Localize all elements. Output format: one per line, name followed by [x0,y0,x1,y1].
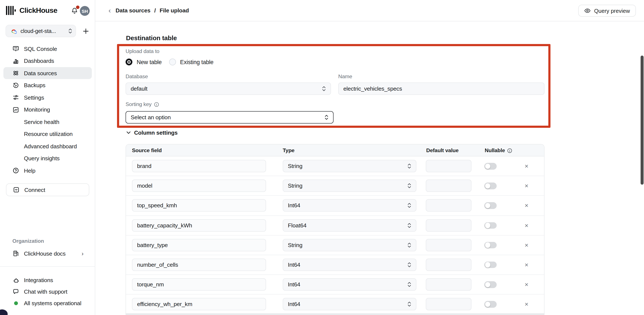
sidebar-item-backups[interactable]: Backups [4,79,92,91]
vertical-scrollbar[interactable] [640,56,643,185]
back-button[interactable]: ‹ [107,7,112,14]
default-value-input[interactable] [426,278,472,291]
radio-new-table[interactable]: New table [126,59,162,65]
default-value-input[interactable] [426,199,472,212]
nullable-toggle[interactable] [484,301,497,308]
sidebar-item-chat-support[interactable]: Chat with support [4,285,92,297]
type-select[interactable]: Float64 [283,219,416,231]
remove-column-button[interactable]: ✕ [523,281,530,288]
toggle-knob [485,262,490,267]
remove-column-button[interactable]: ✕ [523,162,530,170]
radio-existing-table[interactable]: Existing table [169,59,214,65]
default-value-input[interactable] [426,160,472,172]
table-row: brand String ✕ [126,156,544,176]
nullable-toggle[interactable] [484,242,497,248]
sidebar-item-settings[interactable]: Settings [4,92,92,103]
default-value-input[interactable] [426,298,472,310]
source-field-input[interactable]: battery_capacity_kWh [132,219,266,231]
service-selector[interactable]: cloud-get-sta... [6,25,76,37]
service-name: cloud-get-sta... [20,28,64,34]
toggle-knob [485,223,490,228]
google-cloud-icon [10,29,17,34]
source-field-input[interactable]: torque_nm [132,278,266,291]
type-select[interactable]: String [283,239,416,251]
table-name-input[interactable]: electric_vehicles_specs [338,83,544,95]
sidebar-item-sql-console[interactable]: SQL Console [4,43,92,55]
eye-icon [584,8,590,13]
table-row: battery_type String ✕ [126,235,544,255]
avatar[interactable]: SH [80,6,90,16]
organization-label: Organization [12,238,44,244]
type-select[interactable]: String [283,160,416,172]
remove-column-button[interactable]: ✕ [523,182,530,190]
chevron-updown-icon [408,222,411,228]
source-field-input[interactable]: top_speed_kmh [132,199,266,212]
source-field-input[interactable]: model [132,179,266,192]
nullable-toggle[interactable] [484,182,497,189]
type-select[interactable]: Int64 [283,278,416,291]
source-field-input[interactable]: battery_type [132,239,266,251]
sql-console-icon [12,45,19,52]
source-field-input[interactable]: brand [132,160,266,172]
sidebar-item-query-insights[interactable]: Query insights [4,152,92,164]
system-status[interactable]: All systems operational [4,297,92,309]
type-select[interactable]: Int64 [283,259,416,271]
chevron-updown-icon [408,163,411,169]
default-value-input[interactable] [426,179,472,192]
type-select[interactable]: Int64 [283,199,416,212]
remove-column-button[interactable]: ✕ [523,222,530,229]
page-title: Destination table [126,34,177,42]
table-row: torque_nm Int64 ✕ [126,275,544,294]
chevron-updown-icon [408,282,411,287]
database-select[interactable]: default [126,83,331,95]
sidebar-item-resource-utilization[interactable]: Resource utilization [4,128,92,140]
nullable-toggle[interactable] [484,163,497,169]
chevron-updown-icon [408,203,411,208]
remove-column-button[interactable]: ✕ [523,202,530,210]
col-default-value: Default value [426,144,459,156]
sidebar-item-data-sources[interactable]: Data sources [4,67,92,79]
type-select[interactable]: String [283,179,416,192]
sidebar-item-integrations[interactable]: Integrations [4,274,92,286]
default-value-input[interactable] [426,219,472,231]
sorting-key-select[interactable]: Select an option [126,111,334,124]
column-settings-toggle[interactable]: Column settings [126,130,178,136]
type-select[interactable]: Int64 [283,298,416,310]
toggle-knob [485,203,490,208]
integrations-icon [12,276,19,283]
app-root: ClickHouse SH cloud-get-sta... [0,0,644,315]
upload-target-radio-group: New table Existing table [126,59,214,65]
default-value-input[interactable] [426,239,472,251]
connect-button[interactable]: Connect [6,183,89,196]
query-preview-button[interactable]: Query preview [578,5,636,17]
nullable-toggle[interactable] [484,222,497,229]
sidebar-item-service-health[interactable]: Service health [4,116,92,128]
clickhouse-logo-icon [6,6,16,15]
source-field-input[interactable]: number_of_cells [132,259,266,271]
sidebar-item-advanced-dashboard[interactable]: Advanced dashboard [4,140,92,152]
remove-column-button[interactable]: ✕ [523,241,530,249]
toggle-knob [485,183,490,188]
sidebar-item-help[interactable]: Help [4,165,92,177]
chevron-down-icon [126,131,131,134]
table-row: number_of_cells Int64 ✕ [126,255,544,275]
remove-column-button[interactable]: ✕ [523,301,530,308]
nullable-toggle[interactable] [484,281,497,288]
nullable-toggle[interactable] [484,261,497,268]
add-service-button[interactable] [81,27,90,36]
sidebar-item-monitoring[interactable]: Monitoring [4,104,92,116]
source-field-input[interactable]: efficiency_wh_per_km [132,298,266,310]
clickhouse-logo[interactable]: ClickHouse [6,6,57,15]
sidebar-item-clickhouse-docs[interactable]: ClickHouse docs › [4,247,92,259]
info-icon [154,102,159,107]
docs-icon [12,250,19,257]
breadcrumb-data-sources[interactable]: Data sources [116,7,150,14]
chevron-updown-icon [324,115,328,120]
nullable-toggle[interactable] [484,202,497,209]
column-table-body: brand String ✕ model String ✕ top_speed_… [126,156,544,314]
sorting-key-label: Sorting key [126,101,159,107]
chevron-right-icon: › [82,250,84,257]
remove-column-button[interactable]: ✕ [523,261,530,269]
default-value-input[interactable] [426,259,472,271]
sidebar-item-dashboards[interactable]: Dashboards [4,55,92,67]
